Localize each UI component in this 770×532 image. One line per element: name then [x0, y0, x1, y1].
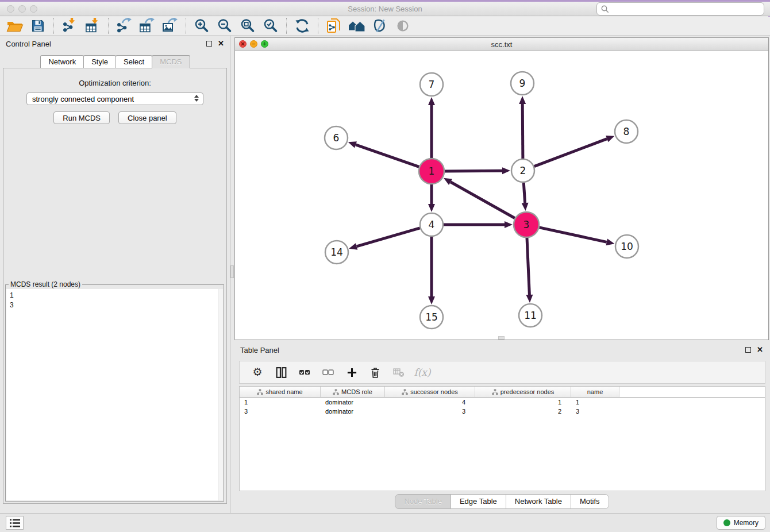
divider-handle[interactable]	[230, 265, 234, 278]
save-icon[interactable]	[26, 17, 49, 34]
close-panel-icon[interactable]: ✕	[218, 41, 224, 47]
zoom-fit-icon[interactable]	[236, 17, 259, 34]
edge-3-1[interactable]	[451, 182, 515, 218]
cell-predecessor-nodes[interactable]: 1	[475, 398, 571, 407]
tab-motifs[interactable]: Motifs	[571, 494, 609, 509]
network-canvas[interactable]: 7968124314101511	[235, 51, 768, 340]
list-icon	[9, 518, 21, 528]
zoom-in-icon[interactable]	[190, 17, 213, 34]
graph-node-10[interactable]: 10	[615, 235, 638, 258]
cell-name[interactable]: 3	[571, 407, 619, 416]
refresh-icon[interactable]	[291, 17, 314, 34]
graph-node-1[interactable]: 1	[419, 159, 444, 184]
task-history-button[interactable]	[6, 516, 24, 530]
mcds-result-text[interactable]: 13	[6, 289, 223, 500]
eye-icon[interactable]	[391, 17, 414, 34]
panel-divider[interactable]	[230, 36, 234, 513]
cell-shared-name[interactable]: 3	[240, 407, 321, 416]
table-panel: Table Panel ✕ ⚙f(x) shared nameMCDS role…	[234, 342, 769, 511]
column-header-predecessor-nodes[interactable]: predecessor nodes	[475, 387, 571, 397]
duplicate-network-icon[interactable]	[322, 17, 345, 34]
memory-button[interactable]: Memory	[717, 516, 765, 530]
export-table-icon[interactable]	[136, 17, 159, 34]
tab-node-table[interactable]: Node Table	[395, 494, 451, 509]
criterion-select[interactable]: strongly connected component	[26, 92, 203, 105]
tab-network[interactable]: Network	[40, 55, 84, 68]
float-panel-icon[interactable]	[206, 41, 212, 47]
float-table-panel-icon[interactable]	[745, 347, 751, 353]
import-table-icon[interactable]	[81, 17, 104, 34]
tab-edge-table[interactable]: Edge Table	[451, 494, 506, 509]
control-panel-tabs: Network Style Select MCDS	[0, 55, 230, 68]
edge-3-10[interactable]	[540, 228, 607, 242]
column-header-name[interactable]: name	[571, 387, 619, 397]
graph-node-11[interactable]: 11	[519, 304, 542, 327]
search-input[interactable]	[610, 5, 764, 14]
vizmapper-icon[interactable]	[368, 17, 391, 34]
graph-node-4[interactable]: 4	[420, 213, 443, 236]
close-panel-button[interactable]: Close panel	[118, 111, 176, 124]
maximize-view-button[interactable]: +	[261, 40, 268, 48]
edge-1-6[interactable]	[356, 145, 419, 167]
cell-successor-nodes[interactable]: 3	[385, 407, 475, 416]
tab-style[interactable]: Style	[83, 55, 116, 68]
svg-text:6: 6	[333, 132, 340, 144]
tab-network-table[interactable]: Network Table	[506, 494, 571, 509]
graph-node-14[interactable]: 14	[325, 241, 348, 264]
function-icon[interactable]: f(x)	[415, 365, 429, 379]
close-table-panel-icon[interactable]: ✕	[757, 347, 763, 353]
view-resize-handle[interactable]	[498, 336, 505, 340]
tab-select[interactable]: Select	[116, 55, 152, 68]
zoom-window-button[interactable]	[30, 5, 37, 13]
minimize-window-button[interactable]	[18, 5, 26, 13]
home-icon[interactable]	[345, 17, 368, 34]
edge-2-9[interactable]	[522, 104, 523, 159]
deselect-all-icon[interactable]	[321, 365, 335, 379]
import-network-icon[interactable]	[58, 17, 81, 34]
cell-MCDS-role[interactable]: dominator	[321, 407, 385, 416]
tab-mcds[interactable]: MCDS	[152, 55, 190, 68]
column-header-MCDS-role[interactable]: MCDS role	[321, 387, 385, 397]
graph-node-7[interactable]: 7	[420, 73, 443, 96]
export-image-icon[interactable]	[159, 17, 182, 34]
edge-3-11[interactable]	[527, 238, 529, 295]
table-row[interactable]: 3dominator323	[240, 407, 765, 416]
network-window-titlebar[interactable]: ✕ − + scc.txt	[235, 38, 768, 51]
graph-node-6[interactable]: 6	[325, 126, 348, 149]
window-controls	[7, 5, 37, 13]
edge-2-8[interactable]	[534, 139, 607, 167]
edge-4-14[interactable]	[357, 228, 420, 246]
column-header-shared-name[interactable]: shared name	[240, 387, 321, 397]
edge-2-3[interactable]	[523, 183, 525, 203]
select-all-icon[interactable]	[298, 365, 311, 379]
graph-node-9[interactable]: 9	[511, 72, 534, 95]
graph-node-3[interactable]: 3	[514, 212, 539, 237]
graph-node-15[interactable]: 15	[420, 306, 443, 329]
cell-shared-name[interactable]: 1	[240, 398, 321, 407]
export-network-icon[interactable]	[113, 17, 136, 34]
minimize-view-button[interactable]: −	[250, 40, 257, 48]
cell-name[interactable]: 1	[571, 398, 619, 407]
toolbar-separator	[186, 18, 186, 34]
result-scrollbar[interactable]	[218, 289, 223, 500]
graph-node-8[interactable]: 8	[615, 120, 638, 143]
zoom-out-icon[interactable]	[213, 17, 236, 34]
column-header-successor-nodes[interactable]: successor nodes	[385, 387, 475, 397]
table-row[interactable]: 1dominator411	[240, 398, 765, 407]
zoom-selected-icon[interactable]	[259, 17, 282, 34]
cell-MCDS-role[interactable]: dominator	[321, 398, 385, 407]
cell-predecessor-nodes[interactable]: 2	[475, 407, 571, 416]
delete-table-icon[interactable]	[392, 365, 406, 379]
cell-successor-nodes[interactable]: 4	[385, 398, 475, 407]
svg-text:3: 3	[523, 219, 530, 230]
delete-icon[interactable]	[368, 365, 382, 379]
close-window-button[interactable]	[7, 5, 14, 13]
open-folder-icon[interactable]	[3, 17, 26, 34]
edge-1-2[interactable]	[445, 171, 502, 171]
add-icon[interactable]	[345, 365, 359, 379]
close-view-button[interactable]: ✕	[239, 40, 247, 48]
columns-icon[interactable]	[274, 365, 288, 379]
graph-node-2[interactable]: 2	[511, 159, 534, 182]
run-mcds-button[interactable]: Run MCDS	[53, 111, 110, 124]
gear-icon[interactable]: ⚙	[251, 365, 264, 379]
